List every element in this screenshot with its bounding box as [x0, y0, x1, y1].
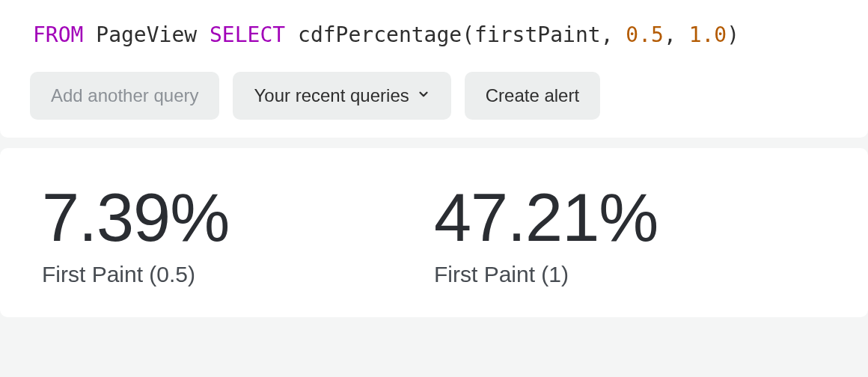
- query-token-ident: cdfPercentage: [298, 22, 462, 47]
- query-token-punct: ): [727, 22, 739, 47]
- query-code[interactable]: FROM PageView SELECT cdfPercentage(first…: [30, 13, 838, 72]
- query-token-keyword: SELECT: [210, 22, 285, 47]
- query-token-keyword: FROM: [33, 22, 83, 47]
- metric-value: 47.21%: [434, 184, 826, 251]
- chevron-down-icon: [417, 88, 430, 101]
- query-toolbar: Add another query Your recent queries Cr…: [30, 72, 838, 120]
- results-panel: 7.39% First Paint (0.5) 47.21% First Pai…: [0, 148, 868, 317]
- create-alert-button[interactable]: Create alert: [465, 72, 600, 120]
- query-token-number: 1.0: [689, 22, 727, 47]
- query-token-punct: ,: [664, 22, 676, 47]
- create-alert-label: Create alert: [486, 85, 579, 106]
- add-another-query-label: Add another query: [51, 85, 198, 106]
- metric-label: First Paint (1): [434, 262, 826, 287]
- recent-queries-label: Your recent queries: [254, 85, 409, 106]
- metric-card: 47.21% First Paint (1): [434, 184, 826, 287]
- query-token-number: 0.5: [626, 22, 664, 47]
- query-token-punct: (: [462, 22, 474, 47]
- query-panel: FROM PageView SELECT cdfPercentage(first…: [0, 0, 868, 138]
- query-token-ident: firstPaint: [474, 22, 601, 47]
- metric-card: 7.39% First Paint (0.5): [42, 184, 434, 287]
- query-token-punct: ,: [601, 22, 614, 47]
- query-token-ident: PageView: [96, 22, 197, 47]
- metric-value: 7.39%: [42, 184, 434, 251]
- add-another-query-button[interactable]: Add another query: [30, 72, 219, 120]
- metric-label: First Paint (0.5): [42, 262, 434, 287]
- recent-queries-button[interactable]: Your recent queries: [233, 72, 450, 120]
